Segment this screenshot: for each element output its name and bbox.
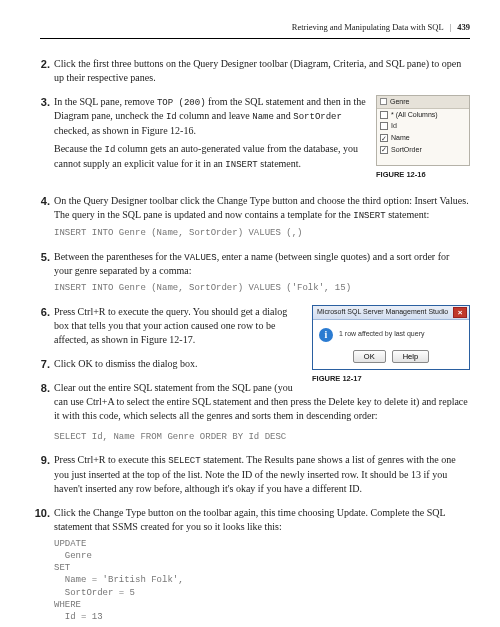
step-2: Click the first three buttons on the Que… (40, 57, 470, 85)
checkbox-sortorder[interactable] (380, 146, 388, 154)
txt: Between the parentheses for the (54, 251, 184, 262)
table-icon (380, 98, 387, 105)
figure-12-16-wrap: Genre * (All Columns) Id Name SortOrder (376, 95, 470, 180)
step-10: Click the Change Type button on the tool… (40, 506, 470, 627)
step-7: Click OK to dismiss the dialog box. (40, 357, 470, 371)
step-5-code: INSERT INTO Genre (Name, SortOrder) VALU… (54, 282, 470, 295)
dialog-message: 1 row affected by last query (339, 328, 424, 339)
code-inline: SELECT (168, 456, 200, 466)
checkbox-allcolumns[interactable] (380, 111, 388, 119)
step-2-text: Click the first three buttons on the Que… (54, 57, 470, 85)
fig16-row-label: Name (391, 133, 410, 143)
fig16-row-allcols: * (All Columns) (377, 109, 469, 121)
code-inline: SortOrder (293, 112, 342, 122)
step-5-p1: Between the parentheses for the VALUES, … (54, 250, 470, 279)
step-6: Microsoft SQL Server Management Studio ×… (40, 305, 470, 347)
code-inline: TOP (200) (157, 98, 206, 108)
info-icon: i (319, 328, 333, 342)
step-7-text: Click OK to dismiss the dialog box. (54, 357, 470, 371)
step-3: Genre * (All Columns) Id Name SortOrder (40, 95, 470, 184)
fig16-row-label: * (All Columns) (391, 110, 438, 120)
txt: Press Ctrl+R to execute this (54, 454, 168, 465)
fig16-row-label: SortOrder (391, 145, 422, 155)
code-inline: Id (105, 145, 116, 155)
step-9: Press Ctrl+R to execute this SELECT stat… (40, 453, 470, 496)
header-title: Retrieving and Manipulating Data with SQ… (292, 22, 443, 32)
step-4-p1: On the Query Designer toolbar click the … (54, 194, 470, 223)
dialog-titlebar: Microsoft SQL Server Management Studio × (313, 306, 469, 320)
fig16-row-sortorder: SortOrder (377, 144, 469, 156)
txt: Because the (54, 143, 105, 154)
step-8-code: SELECT Id, Name FROM Genre ORDER BY Id D… (54, 431, 470, 444)
code-inline: VALUES (184, 253, 216, 263)
fig16-row-id: Id (377, 120, 469, 132)
fig16-row-name: Name (377, 132, 469, 144)
fig16-row-label: Id (391, 121, 397, 131)
checkbox-id[interactable] (380, 122, 388, 130)
figure-12-16: Genre * (All Columns) Id Name SortOrder (376, 95, 470, 166)
step-10-p1: Click the Change Type button on the tool… (54, 506, 470, 534)
step-list: Click the first three buttons on the Que… (40, 57, 470, 627)
close-icon[interactable]: × (453, 307, 467, 318)
step-9-text: Press Ctrl+R to execute this SELECT stat… (54, 453, 470, 496)
dialog-body: i 1 row affected by last query (313, 320, 469, 346)
checkbox-name[interactable] (380, 134, 388, 142)
dialog-title: Microsoft SQL Server Management Studio (317, 307, 448, 317)
step-5: Between the parentheses for the VALUES, … (40, 250, 470, 295)
code-inline: INSERT (353, 211, 385, 221)
step-10-code: UPDATE Genre SET Name = 'British Folk', … (54, 538, 470, 623)
step-4-code: INSERT INTO Genre (Name, SortOrder) VALU… (54, 227, 470, 240)
figure-12-16-caption: FIGURE 12-16 (376, 170, 470, 181)
txt: In the SQL pane, remove (54, 96, 157, 107)
step-4: On the Query Designer toolbar click the … (40, 194, 470, 239)
page-header: Retrieving and Manipulating Data with SQ… (40, 22, 470, 39)
page-number: 439 (457, 22, 470, 32)
txt: column and leave (177, 110, 253, 121)
txt: checked, as shown in Figure 12-16. (54, 125, 196, 136)
step-8-text: Clear out the entire SQL statement from … (54, 381, 470, 423)
fig16-header-label: Genre (390, 97, 409, 107)
figure-12-17-wrap: Microsoft SQL Server Management Studio ×… (312, 305, 470, 385)
code-inline: Name (252, 112, 274, 122)
code-inline: INSERT (225, 160, 257, 170)
header-divider: | (449, 22, 451, 32)
code-inline: Id (166, 112, 177, 122)
txt: and (274, 110, 293, 121)
step-8: Clear out the entire SQL statement from … (40, 381, 470, 444)
txt: statement. (258, 158, 301, 169)
txt: statement: (386, 209, 430, 220)
fig16-header: Genre (377, 96, 469, 109)
fig16-blank (377, 156, 469, 165)
